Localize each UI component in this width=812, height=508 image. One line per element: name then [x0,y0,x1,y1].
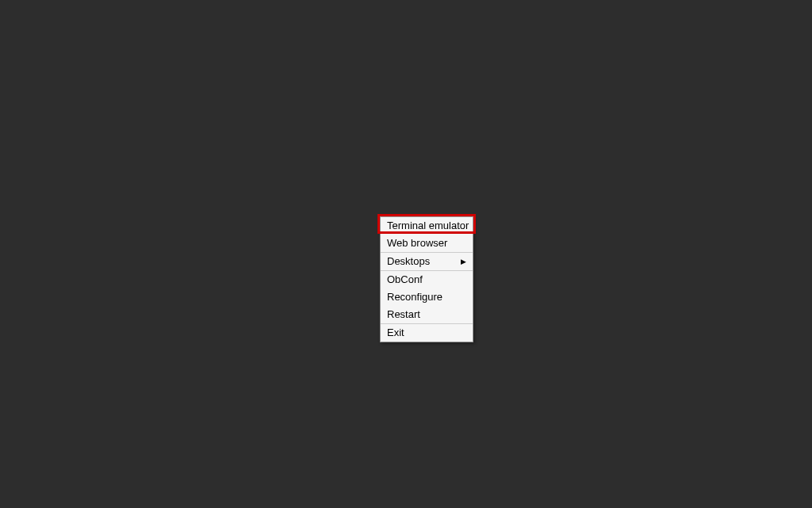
menu-item-label: Exit [387,326,404,340]
menu-item-obconf[interactable]: ObConf [381,271,473,288]
menu-item-terminal-emulator[interactable]: Terminal emulator [381,217,473,235]
menu-item-desktops[interactable]: Desktops ▶ [381,253,473,270]
menu-item-label: Reconfigure [387,290,442,304]
menu-item-label: Restart [387,307,420,322]
chevron-right-icon: ▶ [461,254,466,269]
menu-section: ObConf Reconfigure Restart [381,271,473,324]
openbox-context-menu: Terminal emulator Web browser Desktops ▶… [380,216,473,342]
menu-section: Terminal emulator Web browser [381,217,473,253]
menu-item-label: Terminal emulator [387,219,469,233]
menu-item-label: Web browser [387,236,447,250]
menu-item-exit[interactable]: Exit [381,324,473,342]
menu-item-restart[interactable]: Restart [381,306,473,323]
menu-section: Desktops ▶ [381,253,473,271]
menu-section: Exit [381,324,473,342]
menu-item-reconfigure[interactable]: Reconfigure [381,288,473,306]
menu-item-label: ObConf [387,273,423,287]
menu-item-label: Desktops [387,254,430,269]
menu-item-web-browser[interactable]: Web browser [381,235,473,252]
